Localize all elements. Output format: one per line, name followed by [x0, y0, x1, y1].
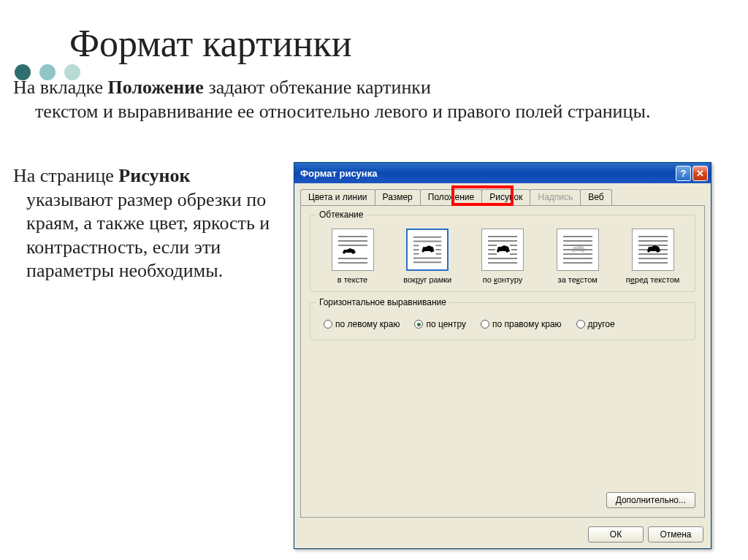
- decorative-dots: [15, 64, 80, 80]
- tab-picture[interactable]: Рисунок: [481, 189, 530, 205]
- text: задают обтекание картинки: [204, 77, 431, 98]
- radio-icon: [481, 320, 489, 329]
- radio-align-center[interactable]: по центру: [414, 319, 466, 329]
- ok-button[interactable]: ОК: [588, 526, 644, 542]
- radio-label: другое: [588, 319, 615, 329]
- paragraph-1: На вкладке Положение задают обтекание ка…: [13, 76, 735, 123]
- wrap-groupbox: Обтекание в тексте: [310, 215, 695, 292]
- radio-label: по правому краю: [492, 319, 562, 329]
- tab-caption: Надпись: [530, 189, 581, 205]
- wrap-option-square[interactable]: вокруг рамки: [393, 229, 462, 284]
- wrap-icon-tight: [481, 229, 524, 271]
- wrap-option-inline[interactable]: в тексте: [318, 229, 387, 284]
- tab-panel-position: Обтекание в тексте: [300, 205, 705, 518]
- dialog-button-row: ОК Отмена: [588, 526, 703, 542]
- bold-text: Рисунок: [118, 165, 190, 186]
- tab-colors-lines[interactable]: Цвета и линии: [300, 189, 375, 205]
- radio-align-left[interactable]: по левому краю: [324, 319, 400, 329]
- bold-text: Положение: [108, 77, 204, 98]
- wrap-group-title: Обтекание: [316, 210, 366, 220]
- help-button[interactable]: ?: [676, 166, 691, 181]
- wrap-icon-behind: [557, 229, 599, 271]
- tab-size[interactable]: Размер: [375, 189, 421, 205]
- slide-title: Формат картинки: [69, 22, 748, 65]
- radio-align-other[interactable]: другое: [576, 319, 615, 329]
- radio-icon: [576, 320, 585, 329]
- paragraph-2: На странице Рисунок указывают размер обр…: [26, 164, 304, 283]
- text: На странице: [13, 165, 118, 186]
- wrap-label: вокруг рамки: [393, 275, 462, 284]
- dot: [15, 64, 31, 80]
- dialog-title: Формат рисунка: [300, 168, 674, 179]
- wrap-label: за текстом: [543, 275, 612, 284]
- align-group-title: Горизонтальное выравнивание: [316, 297, 449, 307]
- dot: [39, 64, 56, 80]
- text: текстом и выравнивание ее относительно л…: [35, 100, 735, 124]
- radio-align-right[interactable]: по правому краю: [481, 319, 562, 329]
- wrap-label: перед текстом: [618, 275, 687, 284]
- wrap-option-behind[interactable]: за текстом: [543, 229, 612, 284]
- wrap-label: по контуру: [468, 275, 538, 284]
- text: указывают размер обрезки по краям, а так…: [26, 188, 304, 283]
- tab-web[interactable]: Веб: [580, 189, 611, 205]
- wrap-icon-inline: [332, 229, 374, 271]
- wrap-option-tight[interactable]: по контуру: [468, 229, 538, 284]
- radio-label: по центру: [426, 319, 466, 329]
- align-groupbox: Горизонтальное выравнивание по левому кр…: [310, 302, 695, 340]
- wrap-label: в тексте: [318, 275, 387, 284]
- dot: [64, 64, 80, 80]
- wrap-icon-front: [632, 229, 674, 271]
- radio-icon: [324, 320, 332, 329]
- advanced-button[interactable]: Дополнительно...: [606, 492, 695, 508]
- wrap-option-front[interactable]: перед текстом: [618, 229, 687, 284]
- tab-strip: Цвета и линии Размер Положение Рисунок Н…: [294, 183, 711, 205]
- titlebar[interactable]: Формат рисунка ? ✕: [294, 163, 711, 183]
- wrap-icon-square: [406, 229, 449, 271]
- radio-icon: [414, 320, 423, 329]
- tab-position[interactable]: Положение: [420, 189, 482, 205]
- cancel-button[interactable]: Отмена: [648, 526, 703, 542]
- close-button[interactable]: ✕: [692, 166, 708, 181]
- radio-label: по левому краю: [335, 319, 400, 329]
- format-picture-dialog: Формат рисунка ? ✕ Цвета и линии Размер …: [294, 162, 711, 549]
